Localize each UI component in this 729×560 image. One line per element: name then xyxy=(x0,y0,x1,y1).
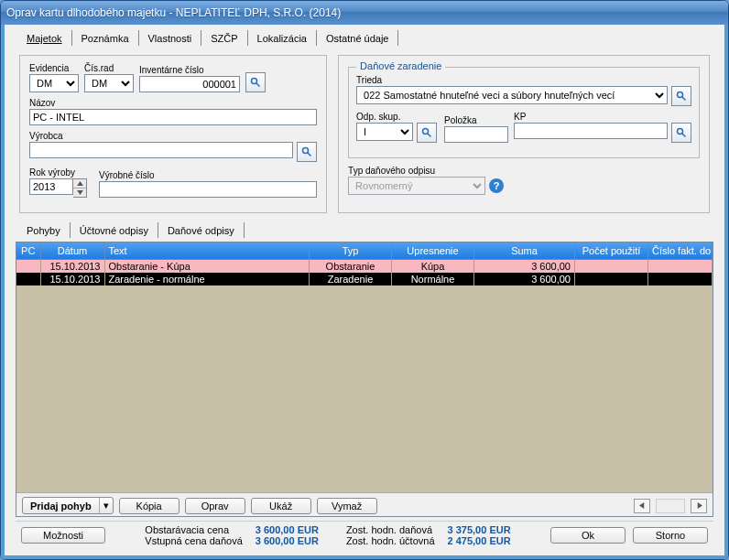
col-text[interactable]: Text xyxy=(104,242,310,260)
select-typodpisu: Rovnomerný xyxy=(348,177,485,195)
legend-danove: Daňové zaradenie xyxy=(356,60,445,71)
button-storno[interactable]: Storno xyxy=(633,527,708,544)
select-trieda[interactable]: 022 Samostatné hnuteľné veci a súbory hn… xyxy=(356,86,668,104)
tab-szcp[interactable]: SZČP xyxy=(201,30,247,46)
label-zostdan: Zost. hodn. daňová xyxy=(346,524,435,535)
label-evidencia: Evidencia xyxy=(29,63,79,73)
lookup-kp[interactable] xyxy=(671,123,691,143)
search-icon xyxy=(676,91,687,102)
fieldset-danove-zaradenie: Daňové zaradenie Trieda 022 Samostatné h… xyxy=(348,67,700,158)
svg-point-2 xyxy=(303,148,309,154)
label-polozka: Položka xyxy=(444,115,508,125)
scroll-track[interactable] xyxy=(656,499,685,513)
chevron-down-icon[interactable] xyxy=(73,188,86,197)
col-pc[interactable]: PC xyxy=(16,242,40,260)
input-polozka[interactable] xyxy=(444,126,508,143)
lookup-trieda[interactable] xyxy=(671,86,691,106)
lookup-inventarne[interactable] xyxy=(245,72,266,92)
button-ukaz[interactable]: Ukáž xyxy=(251,498,311,514)
scroll-right-button[interactable] xyxy=(691,499,707,513)
search-icon xyxy=(421,127,432,138)
input-vyrobca[interactable] xyxy=(29,142,293,158)
help-icon[interactable]: ? xyxy=(489,178,504,193)
svg-marker-4 xyxy=(77,181,83,186)
spinner-rokvyroby[interactable] xyxy=(73,178,87,198)
input-rokvyroby[interactable] xyxy=(29,178,73,195)
col-datum[interactable]: Dátum xyxy=(40,242,104,260)
svg-line-1 xyxy=(256,83,260,87)
input-nazov[interactable] xyxy=(29,109,317,125)
search-icon xyxy=(301,146,312,157)
search-icon xyxy=(250,77,261,88)
label-zostuct: Zost. hodn. účtovná xyxy=(346,535,435,546)
grid-toolbar: Pridaj pohyb ▾ Kópia Oprav Ukáž Vymaž xyxy=(16,492,713,516)
select-evidencia[interactable]: DM xyxy=(29,74,79,92)
panel-left: Evidencia DM Čís.rad DM Inventárne číslo xyxy=(19,55,327,213)
top-panels: Evidencia DM Čís.rad DM Inventárne číslo xyxy=(16,49,713,221)
tab-ostatne[interactable]: Ostatné údaje xyxy=(317,30,399,46)
select-cisrad[interactable]: DM xyxy=(84,74,134,92)
col-pocet[interactable]: Počet použití xyxy=(575,242,648,260)
label-vstupna: Vstupná cena daňová xyxy=(145,535,242,546)
table-row[interactable]: 15.10.2013 Zaradenie - normálne Zaradeni… xyxy=(16,273,713,285)
button-kopia[interactable]: Kópia xyxy=(119,498,180,514)
svg-point-0 xyxy=(252,79,257,84)
col-suma[interactable]: Suma xyxy=(474,242,575,260)
svg-point-8 xyxy=(423,129,429,135)
tab-majetok[interactable]: Majetok xyxy=(17,30,72,46)
lookup-odpskup[interactable] xyxy=(417,123,437,143)
svg-line-9 xyxy=(428,134,431,137)
col-upresnenie[interactable]: Upresnenie xyxy=(392,242,474,260)
label-inventarne: Inventárne číslo xyxy=(139,65,240,75)
label-vyrobnecislo: Výrobné číslo xyxy=(99,170,317,180)
window-title: Oprav kartu dlhodobého majetku - NEPLATI… xyxy=(6,6,341,19)
svg-line-7 xyxy=(682,97,686,101)
value-zostuct: 2 475,00 EUR xyxy=(448,535,511,546)
client-area: Majetok Poznámka Vlastnosti SZČP Lokaliz… xyxy=(1,25,728,559)
label-trieda: Trieda xyxy=(356,75,691,85)
label-nazov: Názov xyxy=(29,98,317,108)
tabstrip-top: Majetok Poznámka Vlastnosti SZČP Lokaliz… xyxy=(16,30,713,46)
scroll-left-button[interactable] xyxy=(634,499,650,513)
tab-danove-odpisy[interactable]: Daňové odpisy xyxy=(158,222,245,238)
chevron-down-icon[interactable]: ▾ xyxy=(99,498,113,513)
tab-poznamka[interactable]: Poznámka xyxy=(72,30,139,46)
value-vstupna: 3 600,00 EUR xyxy=(256,535,319,546)
col-fakt[interactable]: Číslo fakt. dokladu xyxy=(648,242,713,260)
button-ok[interactable]: Ok xyxy=(550,527,626,544)
tab-uctovne-odpisy[interactable]: Účtovné odpisy xyxy=(71,222,158,238)
lookup-vyrobca[interactable] xyxy=(297,142,317,162)
svg-point-6 xyxy=(678,92,683,98)
chevron-up-icon[interactable] xyxy=(73,179,86,188)
button-moznosti[interactable]: Možnosti xyxy=(21,527,105,544)
button-vymaz[interactable]: Vymaž xyxy=(317,498,377,514)
select-odpskup[interactable]: I xyxy=(356,123,413,141)
input-inventarne[interactable] xyxy=(139,76,240,92)
panel-right: Daňové zaradenie Trieda 022 Samostatné h… xyxy=(338,55,710,213)
titlebar: Oprav kartu dlhodobého majetku - NEPLATI… xyxy=(1,1,728,25)
input-vyrobnecislo[interactable] xyxy=(99,181,317,198)
label-kp: KP xyxy=(514,112,691,122)
table-row[interactable]: 15.10.2013 Obstaranie - Kúpa Obstaranie … xyxy=(16,260,713,274)
grid: PC Dátum Text Typ Upresnenie Suma Počet … xyxy=(16,242,713,517)
svg-marker-13 xyxy=(697,502,702,509)
label-cisrad: Čís.rad xyxy=(84,63,134,73)
grid-table[interactable]: PC Dátum Text Typ Upresnenie Suma Počet … xyxy=(16,242,713,285)
tab-vlastnosti[interactable]: Vlastnosti xyxy=(139,30,202,46)
button-pridaj-pohyb[interactable]: Pridaj pohyb ▾ xyxy=(22,497,114,514)
label-obstaravacia: Obstarávacia cena xyxy=(145,524,242,535)
tab-pohyby[interactable]: Pohyby xyxy=(17,222,71,238)
col-typ[interactable]: Typ xyxy=(310,242,392,260)
grid-empty-area xyxy=(16,285,713,492)
window: Oprav kartu dlhodobého majetku - NEPLATI… xyxy=(0,0,729,560)
button-oprav[interactable]: Oprav xyxy=(185,498,245,514)
tab-lokalizacia[interactable]: Lokalizácia xyxy=(248,30,317,46)
summary: Obstarávacia cena 3 600,00 EUR Vstupná c… xyxy=(114,524,541,546)
input-kp[interactable] xyxy=(514,123,668,139)
label-odpskup: Odp. skup. xyxy=(356,112,439,122)
grid-header-row: PC Dátum Text Typ Upresnenie Suma Počet … xyxy=(16,242,713,260)
svg-line-3 xyxy=(308,153,311,156)
svg-marker-5 xyxy=(77,190,83,195)
value-obstaravacia: 3 600,00 EUR xyxy=(256,524,319,535)
label-rokvyroby: Rok výroby xyxy=(29,167,93,178)
